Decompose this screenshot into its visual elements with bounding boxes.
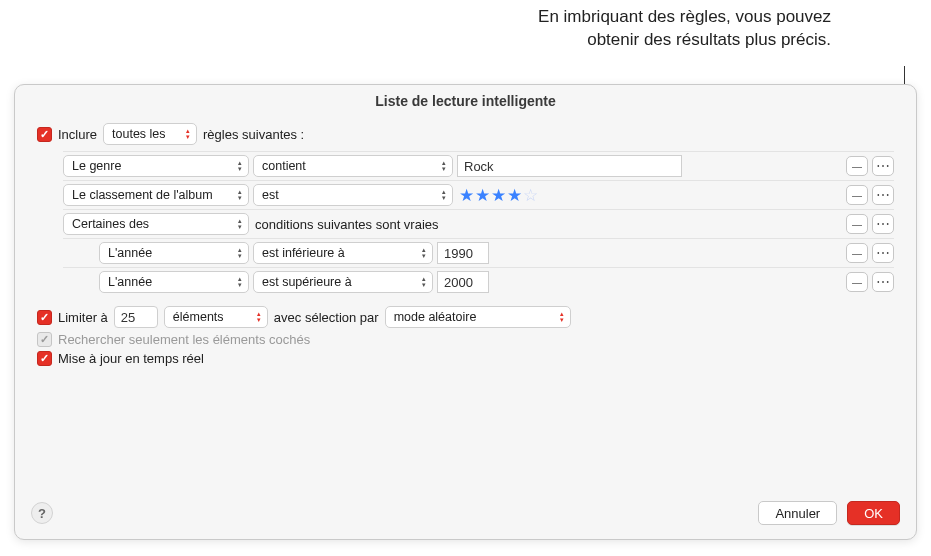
rule-row: Le genre contient [63, 152, 894, 181]
rule-row-buttons [846, 272, 894, 292]
remove-group-button[interactable] [846, 214, 868, 234]
rule-operator-value: est inférieure à [262, 246, 345, 260]
updown-icon [238, 156, 242, 176]
remove-rule-button[interactable] [846, 185, 868, 205]
rule-field-select[interactable]: Le classement de l'album [63, 184, 249, 206]
limit-selectedby-value: mode aléatoire [394, 310, 477, 324]
rule-operator-value: contient [262, 159, 306, 173]
only-checked-checkbox[interactable]: ✓ [37, 332, 52, 347]
rule-options-button[interactable] [872, 185, 894, 205]
nested-rule-row: L'année est supérieure à [63, 268, 894, 296]
rule-options-button[interactable] [872, 243, 894, 263]
updown-icon [238, 214, 242, 234]
star-icon: ★ [475, 187, 490, 204]
updown-icon [238, 272, 242, 292]
cancel-button[interactable]: Annuler [758, 501, 837, 525]
rule-operator-select[interactable]: contient [253, 155, 453, 177]
limit-label: Limiter à [58, 310, 108, 325]
updown-icon [442, 185, 446, 205]
ok-button[interactable]: OK [847, 501, 900, 525]
rule-field-select[interactable]: Le genre [63, 155, 249, 177]
group-options-button[interactable] [872, 214, 894, 234]
rule-options-button[interactable] [872, 272, 894, 292]
group-mode-select[interactable]: Certaines des [63, 213, 249, 235]
updown-icon [238, 243, 242, 263]
star-outline-icon: ☆ [523, 187, 538, 204]
limit-unit-value: éléments [173, 310, 224, 324]
limit-line: ✓ Limiter à éléments avec sélection par … [37, 306, 894, 328]
rule-row-buttons [846, 214, 894, 234]
rule-row: Le classement de l'album est ★ ★ ★ ★ ☆ [63, 181, 894, 210]
rule-value-input[interactable] [437, 271, 489, 293]
help-button[interactable]: ? [31, 502, 53, 524]
rule-field-value: L'année [108, 246, 152, 260]
rule-value-input[interactable] [457, 155, 682, 177]
window-title: Liste de lecture intelligente [15, 85, 916, 119]
rule-options-button[interactable] [872, 156, 894, 176]
updown-icon [442, 156, 446, 176]
rules-list: Le genre contient Le cla [63, 151, 894, 296]
annotation-line-2: obtenir des résultats plus précis. [538, 29, 831, 52]
nested-rule-row: L'année est inférieure à [63, 239, 894, 268]
updown-icon [257, 307, 261, 327]
match-mode-value: toutes les [112, 127, 166, 141]
footer-buttons: Annuler OK [758, 501, 900, 525]
window-content: ✓ Inclure toutes les règles suivantes : … [15, 119, 916, 491]
rule-operator-select[interactable]: est [253, 184, 453, 206]
rule-field-value: Le genre [72, 159, 121, 173]
annotation-line-1: En imbriquant des règles, vous pouvez [538, 6, 831, 29]
updown-icon [422, 243, 426, 263]
nested-group-header: Certaines des conditions suivantes sont … [63, 210, 894, 239]
live-update-checkbox[interactable]: ✓ [37, 351, 52, 366]
smart-playlist-window: Liste de lecture intelligente ✓ Inclure … [14, 84, 917, 540]
group-mode-value: Certaines des [72, 217, 149, 231]
updown-icon [560, 307, 564, 327]
rule-operator-value: est supérieure à [262, 275, 352, 289]
rule-field-value: Le classement de l'album [72, 188, 213, 202]
updown-icon [422, 272, 426, 292]
limit-selectedby-select[interactable]: mode aléatoire [385, 306, 571, 328]
rule-operator-value: est [262, 188, 279, 202]
rule-operator-select[interactable]: est inférieure à [253, 242, 433, 264]
rule-field-select[interactable]: L'année [99, 242, 249, 264]
annotation-text: En imbriquant des règles, vous pouvez ob… [538, 6, 831, 52]
live-update-line: ✓ Mise à jour en temps réel [37, 351, 894, 366]
remove-rule-button[interactable] [846, 156, 868, 176]
rule-value-input[interactable] [437, 242, 489, 264]
updown-icon [238, 185, 242, 205]
limit-unit-select[interactable]: éléments [164, 306, 268, 328]
star-icon: ★ [459, 187, 474, 204]
remove-rule-button[interactable] [846, 272, 868, 292]
only-checked-label: Rechercher seulement les éléments cochés [58, 332, 310, 347]
rule-field-select[interactable]: L'année [99, 271, 249, 293]
only-checked-line: ✓ Rechercher seulement les éléments coch… [37, 332, 894, 347]
group-suffix: conditions suivantes sont vraies [255, 217, 439, 232]
rule-row-buttons [846, 243, 894, 263]
window-footer: ? Annuler OK [15, 491, 916, 539]
match-rule-line: ✓ Inclure toutes les règles suivantes : [37, 123, 894, 145]
star-icon: ★ [491, 187, 506, 204]
remove-rule-button[interactable] [846, 243, 868, 263]
match-prefix: Inclure [58, 127, 97, 142]
rating-stars[interactable]: ★ ★ ★ ★ ☆ [459, 187, 538, 204]
star-icon: ★ [507, 187, 522, 204]
updown-icon [186, 124, 190, 144]
limit-selectedby-label: avec sélection par [274, 310, 379, 325]
match-mode-select[interactable]: toutes les [103, 123, 197, 145]
rule-row-buttons [846, 156, 894, 176]
rule-row-buttons [846, 185, 894, 205]
live-update-label: Mise à jour en temps réel [58, 351, 204, 366]
match-checkbox[interactable]: ✓ [37, 127, 52, 142]
rule-field-value: L'année [108, 275, 152, 289]
rule-operator-select[interactable]: est supérieure à [253, 271, 433, 293]
match-suffix: règles suivantes : [203, 127, 304, 142]
limit-checkbox[interactable]: ✓ [37, 310, 52, 325]
limit-count-input[interactable] [114, 306, 158, 328]
